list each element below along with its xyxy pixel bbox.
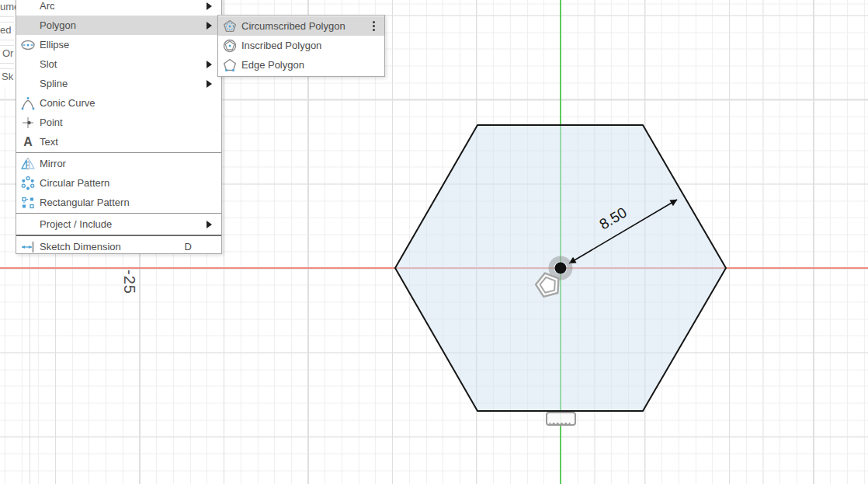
sketch-y-axis[interactable] <box>560 0 561 484</box>
menu-item-text[interactable]: A Text <box>16 132 221 151</box>
submenu-arrow-icon <box>207 80 212 88</box>
svg-text:A: A <box>23 135 33 148</box>
menu-item-circular-pattern[interactable]: Circular Pattern <box>16 173 221 193</box>
browser-panel-edge: ume ed Or Sk <box>0 0 16 87</box>
menu-item-mirror[interactable]: Mirror <box>16 154 221 173</box>
submenu-item-edge-polygon[interactable]: Edge Polygon <box>218 55 384 75</box>
menu-item-ellipse[interactable]: Ellipse <box>16 35 221 54</box>
conic-curve-icon <box>20 96 36 111</box>
circumscribed-polygon-icon <box>222 19 238 34</box>
point-icon <box>20 115 36 131</box>
sketch-x-axis[interactable] <box>0 267 868 269</box>
submenu-arrow-icon <box>207 221 212 228</box>
ellipse-icon <box>20 37 36 53</box>
axis-tick-label: -25 <box>120 270 138 294</box>
menu-item-arc[interactable]: Arc <box>16 0 221 16</box>
submenu-arrow-icon <box>207 22 212 30</box>
text-icon: A <box>20 134 36 150</box>
menu-item-conic-curve[interactable]: Conic Curve <box>16 93 221 113</box>
submenu-item-inscribed-polygon[interactable]: Inscribed Polygon <box>218 36 384 55</box>
menu-separator <box>16 235 221 236</box>
edge-polygon-icon <box>222 57 238 73</box>
polygon-cursor-icon <box>533 270 562 298</box>
submenu-arrow-icon <box>207 61 212 68</box>
sketch-dimension-icon <box>20 239 36 255</box>
menu-item-spline[interactable]: Spline <box>16 74 221 93</box>
inscribed-polygon-icon <box>222 38 238 54</box>
circular-pattern-icon <box>20 176 36 191</box>
sketch-create-menu: Arc Polygon Ellipse Slot Spline Conic Cu… <box>16 0 222 254</box>
browser-item-fragment: Or <box>2 47 13 59</box>
menu-item-point[interactable]: Point <box>16 113 221 132</box>
item-options-kebab-icon[interactable] <box>370 19 378 33</box>
polygon-submenu: Circumscribed Polygon Inscribed Polygon … <box>217 15 385 77</box>
menu-separator <box>16 152 221 153</box>
menu-separator <box>16 213 221 214</box>
menu-item-project-include[interactable]: Project / Include <box>16 214 221 234</box>
shortcut-key: D <box>185 241 192 252</box>
menu-item-sketch-dimension[interactable]: Sketch Dimension D <box>16 237 221 256</box>
rectangular-pattern-icon <box>20 195 36 211</box>
menu-item-slot[interactable]: Slot <box>16 54 221 74</box>
browser-item-fragment: Sk <box>2 71 13 82</box>
submenu-arrow-icon <box>207 2 212 10</box>
menu-item-rectangular-pattern[interactable]: Rectangular Pattern <box>16 193 221 212</box>
browser-item-fragment: ed <box>0 24 11 36</box>
radial-dimension[interactable]: 8.50 <box>569 200 677 263</box>
menu-item-polygon[interactable]: Polygon <box>16 16 221 35</box>
dimension-value: 8.50 <box>596 204 630 233</box>
submenu-item-circumscribed-polygon[interactable]: Circumscribed Polygon <box>218 16 384 36</box>
mirror-icon <box>20 156 36 172</box>
